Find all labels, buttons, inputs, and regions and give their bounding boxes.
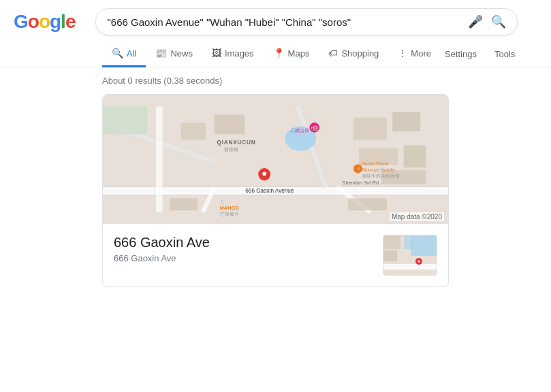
svg-rect-21 [170,198,198,210]
svg-rect-16 [353,118,387,140]
search-bar-container: 🎤 🔍 [95,8,518,35]
tab-more-label: More [411,48,431,59]
nav-right: Settings Tools [441,42,519,66]
svg-text:Shendun 3rd Rd: Shendun 3rd Rd [343,180,379,186]
images-icon: 🖼 [212,48,221,59]
location-thumbnail[interactable] [383,235,437,276]
location-name: 666 Gaoxin Ave [114,235,372,250]
map-svg: QIANXUCUN 前徐村 二妮山庄 🏨 H Hunan Flavor Niur… [103,95,448,224]
svg-rect-46 [404,235,414,249]
svg-rect-22 [348,198,387,210]
search-input[interactable] [107,16,461,28]
svg-rect-7 [155,106,155,212]
location-address: 666 Gaoxin Ave [114,253,372,263]
svg-rect-6 [156,106,163,212]
location-text: 666 Gaoxin Ave 666 Gaoxin Ave [114,235,372,263]
search-submit-icon[interactable]: 🔍 [491,14,506,29]
map-area[interactable]: QIANXUCUN 前徐村 二妮山庄 🏨 H Hunan Flavor Niur… [103,95,448,224]
location-result: 666 Gaoxin Ave 666 Gaoxin Ave [103,224,448,287]
tab-maps-label: Maps [288,48,310,59]
svg-rect-52 [383,250,397,261]
header: Google 🎤 🔍 [0,0,551,35]
search-bar: 🎤 🔍 [95,8,518,35]
tab-shopping[interactable]: 🏷 Shopping [319,41,388,67]
tab-all-label: All [127,48,136,59]
tab-images[interactable]: 🖼 Images [202,41,264,67]
tools-button[interactable]: Tools [490,42,519,66]
svg-text:二妮山庄: 二妮山庄 [290,127,309,133]
svg-point-38 [262,172,266,176]
more-icon: ⋮ [398,48,407,59]
all-icon: 🔍 [112,48,123,59]
nav-tabs: 🔍 All 📰 News 🖼 Images 📍 Maps 🏷 Shopping … [0,35,551,67]
tab-news-label: News [170,48,193,59]
svg-rect-15 [215,115,245,135]
svg-text:Niurouza Noodle: Niurouza Noodle [362,167,395,172]
svg-text:🍴: 🍴 [356,166,362,172]
svg-rect-14 [180,123,206,140]
svg-rect-45 [411,235,437,256]
svg-text:H: H [311,126,314,130]
maps-icon: 📍 [273,48,285,59]
news-icon: 📰 [155,48,167,59]
svg-text:前徐村: 前徐村 [224,146,238,152]
tab-news[interactable]: 📰 News [146,41,202,67]
svg-rect-47 [383,264,437,270]
tab-all[interactable]: 🔍 All [102,41,146,67]
svg-rect-12 [103,106,147,134]
svg-rect-19 [404,146,426,168]
map-credit: Map data ©2020 [390,212,444,221]
tab-maps[interactable]: 📍 Maps [264,41,319,67]
tab-shopping-label: Shopping [341,48,379,59]
google-logo: Google [14,11,75,33]
svg-text:湘味牛肉杂粉面馆: 湘味牛肉杂粉面馆 [362,174,400,178]
svg-text:MANGO: MANGO [220,205,239,211]
svg-text:🍴: 🍴 [220,199,226,205]
results-summary: About 0 results (0.38 seconds) [0,67,551,94]
microphone-icon[interactable]: 🎤 [468,14,483,29]
search-icons: 🎤 🔍 [468,14,506,29]
svg-rect-17 [392,112,420,131]
tab-images-label: Images [225,48,254,59]
map-card: QIANXUCUN 前徐村 二妮山庄 🏨 H Hunan Flavor Niur… [102,94,449,287]
svg-rect-51 [383,235,400,249]
svg-text:芒果餐厅: 芒果餐厅 [220,212,239,216]
svg-text:Hunan Flavor: Hunan Flavor [362,161,389,166]
svg-text:QIANXUCUN: QIANXUCUN [217,140,256,146]
main-content: QIANXUCUN 前徐村 二妮山庄 🏨 H Hunan Flavor Niur… [0,94,551,287]
svg-point-50 [418,261,420,263]
shopping-icon: 🏷 [328,48,338,59]
thumbnail-map [383,235,437,276]
settings-button[interactable]: Settings [441,42,481,66]
svg-text:666 Gaoxin Avenue: 666 Gaoxin Avenue [245,188,294,194]
tab-more[interactable]: ⋮ More [388,41,441,67]
